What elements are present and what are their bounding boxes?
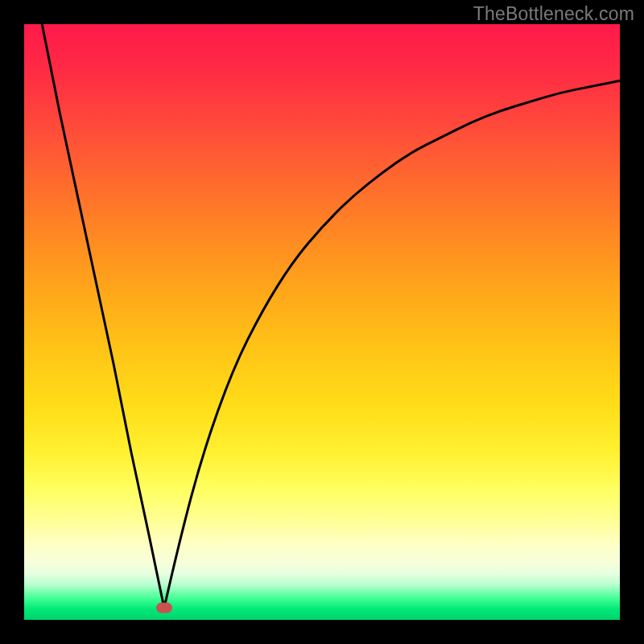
chart-frame: TheBottleneck.com [0, 0, 644, 644]
curve-right-branch [164, 80, 620, 608]
curve-svg [24, 24, 620, 620]
curve-left-branch [42, 24, 164, 608]
bottleneck-marker [156, 603, 172, 613]
watermark-text: TheBottleneck.com [473, 3, 634, 25]
plot-area [24, 24, 620, 620]
